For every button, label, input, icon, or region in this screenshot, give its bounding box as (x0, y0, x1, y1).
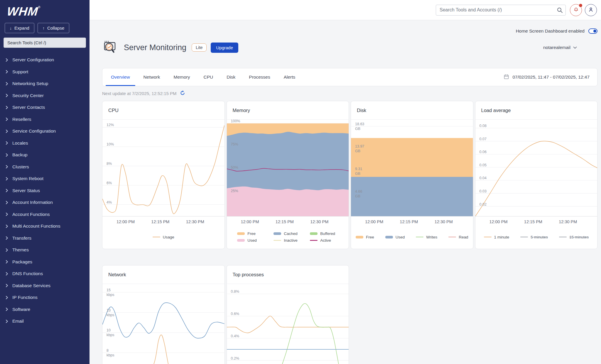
legend-swatch (274, 240, 281, 241)
sidebar-item-clusters[interactable]: Clusters (0, 161, 90, 173)
chevron-right-icon (6, 82, 8, 86)
legend-item-1-minute[interactable]: 1 minute (484, 235, 509, 239)
sidebar-item-dns-functions[interactable]: DNS Functions (0, 268, 90, 280)
sidebar-item-resellers[interactable]: Resellers (0, 114, 90, 126)
sidebar-item-account-functions[interactable]: Account Functions (0, 209, 90, 221)
refresh-icon (180, 90, 185, 96)
sidebar-item-server-status[interactable]: Server Status (0, 185, 90, 197)
tools-search-input[interactable] (436, 5, 566, 16)
sidebar-item-label: Service Configuration (12, 128, 56, 134)
tab-alerts[interactable]: Alerts (277, 68, 302, 86)
legend-item-buffered[interactable]: Buffered (310, 231, 338, 236)
sidebar-item-locales[interactable]: Locales (0, 137, 90, 149)
cpu-chart[interactable]: 4%6%8%10%12% (102, 120, 224, 216)
x-tick-label: 12:30 PM (435, 219, 453, 224)
load-chart[interactable]: 0.020.030.040.050.060.070.08 (475, 120, 597, 216)
legend-swatch (356, 236, 363, 238)
sidebar: WHM® ↓ Expand ↑ Collapse Server Configur… (0, 0, 90, 364)
lite-badge: Lite (192, 43, 207, 52)
legend-swatch (310, 232, 318, 235)
notifications-button[interactable] (570, 4, 582, 16)
tabs: OverviewNetworkMemoryCPUDiskProcessesAle… (104, 68, 302, 86)
legend-load: 1 minute5 minutes15 minutes (475, 227, 597, 249)
legend-item-cached[interactable]: Cached (274, 231, 302, 236)
network-chart[interactable]: 8 kbps10 kbps13 kbps15 kbps (102, 284, 224, 364)
tab-memory[interactable]: Memory (167, 68, 197, 86)
refresh-button[interactable] (180, 90, 185, 96)
sidebar-item-label: Email (12, 319, 24, 324)
sidebar-item-security-center[interactable]: Security Center (0, 90, 90, 102)
legend-item-writes[interactable]: Writes (416, 235, 437, 239)
legend-item-free[interactable]: Free (237, 231, 265, 236)
tab-cpu[interactable]: CPU (197, 68, 220, 86)
legend-item-inactive[interactable]: Inactive (274, 238, 302, 243)
upgrade-button[interactable]: Upgrade (211, 43, 238, 53)
search-icon[interactable] (557, 7, 563, 14)
sidebar-item-server-contacts[interactable]: Server Contacts (0, 101, 90, 114)
sidebar-item-email[interactable]: Email (0, 315, 90, 327)
legend-label: Usage (163, 235, 174, 239)
legend-item-read[interactable]: Read (448, 235, 468, 239)
legend-item-used[interactable]: Used (385, 235, 405, 239)
disk-chart[interactable]: 4.66 GB9.31 GB13.97 GB18.63 GB (351, 120, 473, 216)
legend-label: Writes (426, 235, 437, 239)
legend-swatch (416, 237, 423, 238)
sidebar-item-system-reboot[interactable]: System Reboot (0, 173, 90, 185)
chevron-right-icon (6, 129, 8, 133)
whm-logo[interactable]: WHM® (0, 0, 90, 18)
charts-grid: CPU4%6%8%10%12%12:00 PM12:15 PM12:30 PMU… (102, 101, 597, 364)
sidebar-item-backup[interactable]: Backup (0, 149, 90, 161)
date-range-picker[interactable]: 07/02/2025, 11:47 - 07/02/2025, 12:47 (504, 68, 595, 86)
tab-overview[interactable]: Overview (104, 68, 137, 86)
tab-network[interactable]: Network (137, 68, 167, 86)
sidebar-item-support[interactable]: Support (0, 66, 90, 78)
next-update-text: Next update at 7/2/2025, 12:52:15 PM (102, 91, 177, 96)
sidebar-item-label: Themes (12, 247, 29, 253)
legend-item-free[interactable]: Free (356, 235, 374, 239)
legend-item-active[interactable]: Active (310, 238, 338, 243)
sidebar-item-software[interactable]: Software (0, 304, 90, 316)
expand-button[interactable]: ↓ Expand (5, 23, 34, 33)
sidebar-item-database-services[interactable]: Database Services (0, 280, 90, 292)
chart-title-memory: Memory (227, 101, 349, 120)
tab-disk[interactable]: Disk (220, 68, 242, 86)
legend-memory: FreeCachedBufferedUsedInactiveActive (227, 227, 349, 249)
memory-chart[interactable]: 25%50%75%100% (227, 120, 349, 216)
sidebar-item-packages[interactable]: Packages (0, 256, 90, 268)
sidebar-item-server-configuration[interactable]: Server Configuration (0, 54, 90, 66)
home-dashboard-toggle[interactable] (588, 28, 597, 34)
top-processes-chart[interactable]: 0.2%0.4%0.6%0.8% (227, 284, 349, 364)
legend-item-used[interactable]: Used (237, 238, 265, 243)
x-tick-label: 12:15 PM (400, 219, 418, 224)
chart-card-memory: Memory25%50%75%100%12:00 PM12:15 PM12:30… (227, 101, 349, 249)
sidebar-item-label: Resellers (12, 117, 31, 122)
account-button[interactable] (585, 4, 597, 16)
sidebar-item-label: Account Functions (12, 212, 50, 217)
legend-swatch (385, 236, 393, 238)
sidebar-item-ip-functions[interactable]: IP Functions (0, 292, 90, 304)
chevron-right-icon (6, 141, 8, 145)
notification-badge-dot (579, 4, 582, 7)
sidebar-item-networking-setup[interactable]: Networking Setup (0, 78, 90, 90)
legend-swatch (274, 232, 281, 235)
legend-swatch (559, 237, 567, 238)
sidebar-item-service-configuration[interactable]: Service Configuration (0, 125, 90, 137)
sidebar-item-account-information[interactable]: Account Information (0, 197, 90, 209)
collapse-button[interactable]: ↑ Collapse (38, 23, 69, 33)
sidebar-item-multi-account-functions[interactable]: Multi Account Functions (0, 220, 90, 232)
sidebar-item-label: Account Information (12, 200, 53, 205)
x-tick-label: 12:30 PM (559, 219, 577, 224)
legend-item-usage[interactable]: Usage (153, 235, 174, 239)
sidebar-item-label: Server Contacts (12, 105, 45, 110)
tab-processes[interactable]: Processes (242, 68, 277, 86)
account-selector[interactable]: notarealemail (543, 45, 597, 50)
chart-title-top-processes: Top processes (227, 265, 349, 284)
sidebar-item-transfers[interactable]: Transfers (0, 232, 90, 244)
sidebar-item-themes[interactable]: Themes (0, 244, 90, 256)
chart-card-cpu: CPU4%6%8%10%12%12:00 PM12:15 PM12:30 PMU… (102, 101, 225, 249)
chevron-right-icon (6, 224, 8, 228)
legend-item-15-minutes[interactable]: 15 minutes (559, 235, 589, 239)
legend-item-5-minutes[interactable]: 5 minutes (520, 235, 548, 239)
sidebar-search-input[interactable] (4, 38, 86, 48)
legend-label: Free (247, 231, 256, 236)
